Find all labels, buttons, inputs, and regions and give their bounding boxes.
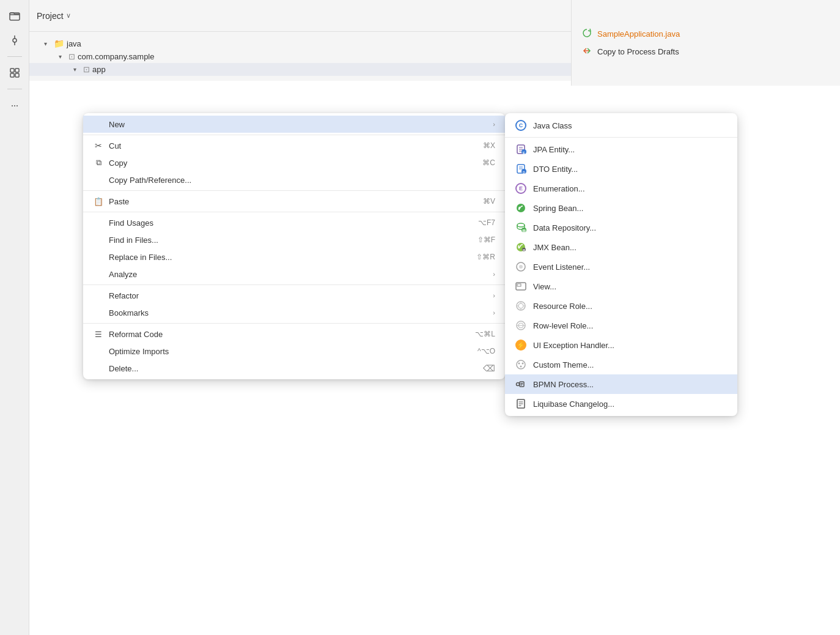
java-class-icon: C [515, 119, 527, 132]
ui-exception-icon: ⚡ [515, 339, 527, 351]
menu-item-find-usages[interactable]: Find Usages ⌥F7 [83, 214, 505, 231]
submenu-label-ui-exception: UI Exception Handler... [533, 341, 614, 350]
enum-icon: E [515, 182, 527, 195]
submenu-label-event: Event Listener... [533, 262, 590, 272]
tree-label-package: com.company.sample [78, 52, 154, 61]
submenu-item-dto[interactable]: D DTO Entity... [505, 159, 737, 179]
submenu-item-event[interactable]: Event Listener... [505, 257, 737, 277]
svg-point-37 [522, 363, 524, 365]
file-refresh-icon [581, 28, 592, 40]
file-tab-item[interactable]: SampleApplication.java [581, 28, 830, 40]
tree-item-app[interactable]: ▾ ⊡ app [29, 63, 592, 76]
svg-text:M: M [523, 248, 525, 252]
submenu-item-enum[interactable]: E Enumeration... [505, 179, 737, 198]
menu-item-find-files[interactable]: Find in Files... ⇧⌘F [83, 231, 505, 248]
svg-point-1 [13, 39, 17, 42]
copy-shortcut: ⌘C [482, 158, 495, 167]
find-files-shortcut: ⇧⌘F [477, 236, 495, 244]
submenu-label-dto: DTO Entity... [533, 165, 578, 174]
menu-item-cut[interactable]: ✂ Cut ⌘X [83, 137, 505, 154]
sub-divider-1 [505, 137, 737, 138]
menu-label-delete: Delete... [109, 364, 478, 373]
cut-shortcut: ⌘X [483, 141, 495, 150]
submenu-item-row-role[interactable]: Row-level Role... [505, 316, 737, 335]
svg-point-31 [518, 303, 523, 308]
svg-point-38 [520, 366, 522, 368]
submenu-item-liquibase[interactable]: Liquibase Changelog... [505, 394, 737, 414]
sidebar-icon-components[interactable] [4, 62, 26, 84]
submenu-item-java-class[interactable]: C Java Class [505, 116, 737, 135]
menu-item-replace-files[interactable]: Replace in Files... ⇧⌘R [83, 248, 505, 266]
sidebar-icon-commit[interactable] [4, 29, 26, 51]
menu-item-reformat[interactable]: ☰ Reformat Code ⌥⌘L [83, 325, 505, 343]
tree-item-package[interactable]: ▾ ⊡ com.company.sample [29, 50, 592, 63]
submenu-item-data-repo[interactable]: ⊞ Data Repository... [505, 218, 737, 237]
menu-label-replace-files: Replace in Files... [109, 253, 471, 262]
menu-item-delete[interactable]: Delete... ⌫ [83, 360, 505, 377]
project-tree: ▾ 📁 java ▾ ⊡ com.company.sample ▾ ⊡ app [29, 32, 592, 81]
jmx-icon: M [515, 241, 527, 253]
copy-process-icon [581, 45, 592, 58]
copy-process-item[interactable]: Copy to Process Drafts [581, 45, 830, 58]
chevron-package: ▾ [59, 53, 66, 60]
context-menu-sub: C Java Class E JPA Entity... D [505, 113, 737, 416]
analyze-arrow-icon: › [493, 270, 495, 278]
submenu-label-jpa: JPA Entity... [533, 145, 575, 154]
menu-label-new: New [109, 120, 488, 129]
submenu-item-view[interactable]: View... [505, 277, 737, 296]
optimize-shortcut: ^⌥O [477, 347, 495, 355]
sidebar-icon-folder[interactable] [4, 5, 26, 27]
menu-item-analyze[interactable]: Analyze › [83, 266, 505, 283]
svg-point-35 [517, 360, 525, 369]
jpa-icon: E [515, 143, 527, 155]
menu-item-bookmarks[interactable]: Bookmarks › [83, 304, 505, 321]
submenu-item-custom-theme[interactable]: Custom Theme... [505, 355, 737, 374]
project-label[interactable]: Project ∨ [37, 11, 71, 21]
menu-item-refactor[interactable]: Refactor › [83, 287, 505, 304]
divider-2 [83, 190, 505, 191]
menu-label-optimize: Optimize Imports [109, 347, 473, 356]
view-icon [515, 280, 527, 292]
tree-label-java: java [67, 39, 81, 48]
menu-item-new[interactable]: New › [83, 116, 505, 133]
replace-files-shortcut: ⇧⌘R [476, 253, 495, 261]
bpmn-icon [515, 378, 527, 390]
menu-item-copy-path[interactable]: Copy Path/Reference... [83, 171, 505, 188]
event-icon [515, 261, 527, 273]
package-icon: ⊡ [68, 52, 75, 61]
divider-5 [83, 323, 505, 324]
left-sidebar: ··· [0, 0, 29, 635]
project-chevron: ∨ [66, 12, 71, 20]
menu-item-optimize[interactable]: Optimize Imports ^⌥O [83, 343, 505, 360]
menu-label-find-usages: Find Usages [109, 218, 473, 228]
submenu-item-jmx[interactable]: M JMX Bean... [505, 237, 737, 257]
resource-role-icon [515, 300, 527, 312]
submenu-label-resource-role: Resource Role... [533, 302, 592, 311]
menu-label-bookmarks: Bookmarks [109, 308, 488, 318]
chevron-app: ▾ [73, 66, 81, 73]
submenu-item-jpa[interactable]: E JPA Entity... [505, 139, 737, 159]
menu-label-refactor: Refactor [109, 291, 488, 300]
submenu-item-bpmn[interactable]: BPMN Process... [505, 374, 737, 394]
custom-theme-icon [515, 358, 527, 371]
menu-item-paste[interactable]: 📋 Paste ⌘V [83, 193, 505, 210]
divider-1 [83, 135, 505, 135]
submenu-item-spring[interactable]: Spring Bean... [505, 198, 737, 218]
dto-icon: D [515, 163, 527, 175]
submenu-label-view: View... [533, 282, 556, 291]
submenu-label-custom-theme: Custom Theme... [533, 360, 594, 369]
svg-rect-6 [10, 73, 14, 77]
menu-label-copy-path: Copy Path/Reference... [109, 176, 495, 185]
submenu-item-resource-role[interactable]: Resource Role... [505, 296, 737, 316]
svg-point-27 [519, 265, 523, 269]
row-role-icon [515, 319, 527, 332]
sidebar-icon-more[interactable]: ··· [4, 94, 26, 116]
refactor-arrow-icon: › [493, 292, 495, 299]
submenu-item-ui-exception[interactable]: ⚡ UI Exception Handler... [505, 335, 737, 355]
menu-label-copy: Copy [109, 158, 477, 168]
tree-item-java[interactable]: ▾ 📁 java [29, 37, 592, 50]
delete-shortcut: ⌫ [483, 363, 495, 373]
submenu-label-java-class: Java Class [533, 121, 572, 130]
svg-point-39 [517, 383, 520, 386]
menu-item-copy[interactable]: ⧉ Copy ⌘C [83, 154, 505, 171]
